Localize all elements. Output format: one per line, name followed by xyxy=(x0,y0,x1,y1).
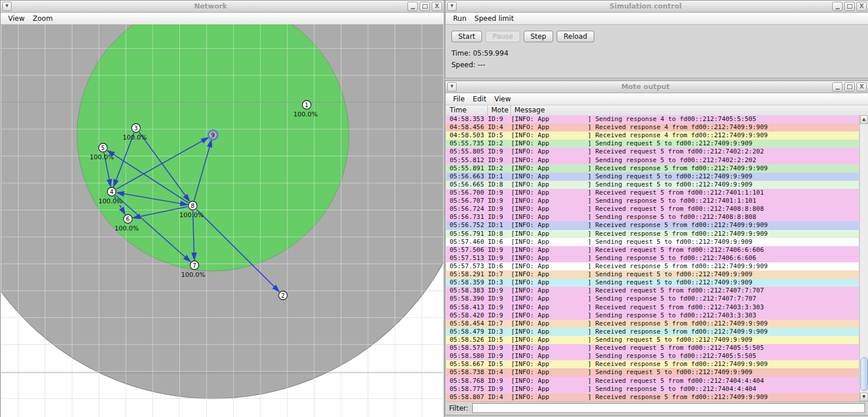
network-canvas[interactable]: 1100.0%23100.0%4100.0%5100.0%6100.0%7100… xyxy=(1,24,443,417)
log-message: [INFO: App ] Sending request 5 to fd00::… xyxy=(511,270,859,279)
simulation-buttons: StartPauseStepReload xyxy=(451,31,868,42)
network-menu-item[interactable]: Zoom xyxy=(28,14,57,23)
log-row[interactable]: 05:55.812ID:9[INFO: App ] Sending respon… xyxy=(446,156,859,164)
log-row[interactable]: 05:58.775ID:9[INFO: App ] Sending respon… xyxy=(446,385,859,393)
log-row[interactable]: 05:56.665ID:8[INFO: App ] Sending reques… xyxy=(446,181,859,189)
mote-output-menu-item[interactable]: Edit xyxy=(469,95,490,103)
close-button[interactable]: X xyxy=(432,2,442,11)
minimize-button[interactable] xyxy=(832,82,843,92)
log-time: 05:58.768 xyxy=(446,377,488,385)
log-row[interactable]: 05:57.513ID:9[INFO: App ] Sending respon… xyxy=(446,254,859,262)
window-menu-icon[interactable]: ▼ xyxy=(447,82,457,92)
maximize-icon xyxy=(422,4,428,9)
log-time: 05:58.479 xyxy=(446,328,488,336)
close-icon: X xyxy=(859,83,864,90)
log-row[interactable]: 05:56.663ID:1[INFO: App ] Sending reques… xyxy=(446,173,859,181)
log-row[interactable]: 05:56.700ID:9[INFO: App ] Received reque… xyxy=(446,189,859,197)
log-row[interactable]: 05:56.791ID:8[INFO: App ] Received respo… xyxy=(446,230,859,238)
mote-node-3[interactable]: 3100.0% xyxy=(123,124,147,142)
mote-id-label: 4 xyxy=(110,189,113,195)
log-row[interactable]: 05:57.506ID:9[INFO: App ] Received reque… xyxy=(446,246,859,254)
log-row[interactable]: 05:58.768ID:9[INFO: App ] Received reque… xyxy=(446,377,859,385)
log-row[interactable]: 05:58.413ID:9[INFO: App ] Received reque… xyxy=(446,303,859,312)
maximize-icon xyxy=(847,85,852,89)
log-message: [INFO: App ] Received request 5 from fd0… xyxy=(511,205,859,213)
log-row[interactable]: 05:58.291ID:7[INFO: App ] Sending reques… xyxy=(446,270,859,279)
log-row[interactable]: 05:57.573ID:6[INFO: App ] Received respo… xyxy=(446,262,859,270)
mote-node-9[interactable]: 9 xyxy=(208,130,218,140)
log-row[interactable]: 05:58.420ID:9[INFO: App ] Sending respon… xyxy=(446,312,859,320)
log-row[interactable]: 05:58.667ID:5[INFO: App ] Received respo… xyxy=(446,360,859,368)
network-titlebar[interactable]: ▼ Network X xyxy=(1,1,444,13)
close-icon: X xyxy=(435,3,439,10)
mote-node-4[interactable]: 4100.0% xyxy=(98,188,123,206)
minimize-button[interactable] xyxy=(407,2,418,11)
network-menu-item[interactable]: View xyxy=(4,14,28,23)
log-row[interactable]: 05:58.479ID:3[INFO: App ] Received respo… xyxy=(446,328,859,336)
mote-node-1[interactable]: 1100.0% xyxy=(293,101,318,119)
minimize-button[interactable] xyxy=(832,2,843,11)
scroll-down-icon[interactable]: ▼ xyxy=(860,393,868,401)
log-row[interactable]: 05:56.707ID:9[INFO: App ] Sending respon… xyxy=(446,197,859,205)
log-row[interactable]: 05:58.580ID:9[INFO: App ] Sending respon… xyxy=(446,352,859,360)
log-mote: ID:9 xyxy=(488,115,511,123)
log-row[interactable]: 05:58.526ID:5[INFO: App ] Sending reques… xyxy=(446,336,859,344)
column-header-mote[interactable]: Mote xyxy=(488,105,511,115)
log-row[interactable]: 05:55.891ID:2[INFO: App ] Received respo… xyxy=(446,164,859,173)
log-row[interactable]: 05:56.752ID:1[INFO: App ] Received respo… xyxy=(446,221,859,229)
mote-id-label: 7 xyxy=(193,262,196,269)
log-message: [INFO: App ] Received response 5 from fd… xyxy=(511,221,859,229)
log-mote: ID:9 xyxy=(488,303,511,312)
simulation-titlebar[interactable]: ▼ Simulation control X xyxy=(446,1,868,13)
log-time: 05:57.506 xyxy=(446,246,488,254)
maximize-button[interactable] xyxy=(844,2,855,11)
mote-node-7[interactable]: 7100.0% xyxy=(181,261,205,279)
mote-ratio-label: 100.0% xyxy=(179,211,204,219)
log-mote: ID:9 xyxy=(488,197,511,205)
maximize-button[interactable] xyxy=(420,2,430,11)
mote-output-menu-item[interactable]: View xyxy=(490,95,514,103)
scroll-up-icon[interactable]: ▲ xyxy=(860,115,868,124)
log-row[interactable]: 05:56.724ID:9[INFO: App ] Received reque… xyxy=(446,205,859,213)
log-row[interactable]: 05:58.454ID:7[INFO: App ] Received respo… xyxy=(446,320,859,328)
log-row[interactable]: 05:58.390ID:9[INFO: App ] Sending respon… xyxy=(446,295,859,303)
log-row[interactable]: 05:55.735ID:2[INFO: App ] Sending reques… xyxy=(446,140,859,148)
time-label: Time: 05:59.994 xyxy=(451,49,868,57)
window-menu-icon[interactable]: ▼ xyxy=(2,2,12,11)
mote-ratio-label: 100.0% xyxy=(115,225,139,232)
log-row[interactable]: 04:58.503ID:5[INFO: App ] Received respo… xyxy=(446,131,859,140)
log-row[interactable]: 05:58.573ID:9[INFO: App ] Received reque… xyxy=(446,344,859,352)
vertical-scrollbar[interactable]: ▲ ▼ xyxy=(859,115,868,401)
log-time: 05:58.383 xyxy=(446,287,488,295)
column-header-time[interactable]: Time xyxy=(446,105,488,115)
filter-input[interactable] xyxy=(472,403,865,413)
log-row[interactable]: 04:58.456ID:4[INFO: App ] Received respo… xyxy=(446,123,859,131)
scrollbar-thumb[interactable] xyxy=(860,357,868,391)
mote-output-menu-item[interactable]: File xyxy=(449,95,469,103)
log-row[interactable]: 05:58.738ID:4[INFO: App ] Sending reques… xyxy=(446,368,859,376)
log-row[interactable]: 05:56.731ID:9[INFO: App ] Sending respon… xyxy=(446,213,859,221)
mote-output-titlebar[interactable]: ▼ Mote output X xyxy=(446,81,868,93)
log-message: [INFO: App ] Received response 5 from fd… xyxy=(511,164,859,173)
log-mote: ID:9 xyxy=(488,156,511,164)
log-row[interactable]: 05:58.383ID:9[INFO: App ] Received reque… xyxy=(446,287,859,295)
reload-button[interactable]: Reload xyxy=(557,31,594,42)
log-row[interactable]: 04:58.353ID:9[INFO: App ] Sending respon… xyxy=(446,115,859,123)
log-row[interactable]: 05:55.805ID:9[INFO: App ] Received reque… xyxy=(446,148,859,156)
log-mote: ID:6 xyxy=(488,262,511,270)
log-time: 04:58.503 xyxy=(446,131,488,140)
step-button[interactable]: Step xyxy=(524,31,553,42)
start-button[interactable]: Start xyxy=(451,31,482,42)
close-button[interactable]: X xyxy=(856,82,867,92)
maximize-button[interactable] xyxy=(844,82,855,92)
simulation-menu-item[interactable]: Run xyxy=(449,14,470,23)
log-row[interactable]: 05:57.460ID:6[INFO: App ] Sending reques… xyxy=(446,238,859,246)
log-row[interactable]: 05:58.359ID:3[INFO: App ] Sending reques… xyxy=(446,279,859,287)
close-button[interactable]: X xyxy=(856,2,867,11)
log-row[interactable]: 05:58.807ID:4[INFO: App ] Received respo… xyxy=(446,393,859,401)
window-menu-icon[interactable]: ▼ xyxy=(447,2,457,11)
column-header-message[interactable]: Message xyxy=(511,105,868,115)
log-time: 05:58.359 xyxy=(446,279,488,287)
mote-node-2[interactable]: 2 xyxy=(279,291,288,300)
simulation-menu-item[interactable]: Speed limit xyxy=(470,14,518,23)
